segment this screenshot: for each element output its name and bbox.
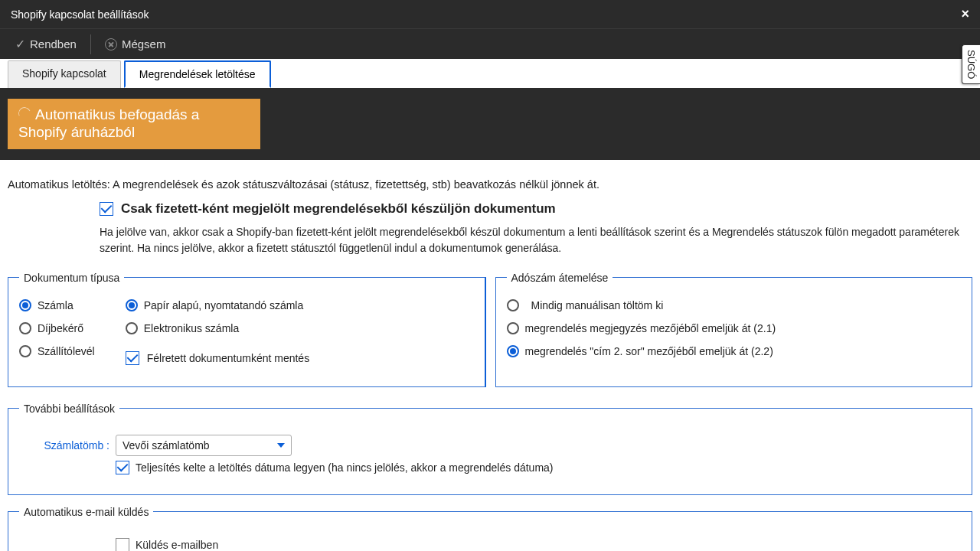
tab-connection[interactable]: Shopify kapcsolat (8, 60, 121, 88)
ok-label: Rendben (30, 37, 77, 51)
cancel-label: Mégsem (122, 37, 166, 51)
cancel-icon (105, 38, 117, 51)
check-icon: ✓ (15, 37, 25, 51)
banner-text: Automatikus befogadás a Shopify áruházbó… (18, 106, 199, 140)
fulfillment-date-label: Teljesítés kelte a letöltés dátuma legye… (136, 461, 554, 474)
radio-dot (507, 345, 519, 357)
radio-tax-note-label: megrendelés megjegyzés mezőjéből emeljük… (525, 322, 776, 334)
radio-dot (19, 322, 31, 334)
radio-invoice[interactable]: Számla (19, 299, 95, 311)
radio-fee-label: Díjbekérő (38, 322, 83, 334)
radio-delivery-label: Szállítólevél (38, 345, 95, 357)
fieldset-document-type: Dokumentum típusa Számla Díjbekérő Száll… (8, 272, 486, 387)
invoice-book-select[interactable]: Vevői számlatömb (116, 435, 292, 456)
radio-tax-from-addr2[interactable]: megrendelés "cím 2. sor" mezőjéből emelj… (507, 345, 962, 357)
radio-tax-addr2-label: megrendelés "cím 2. sor" mezőjéből emelj… (525, 345, 773, 357)
radio-delivery-note[interactable]: Szállítólevél (19, 345, 95, 357)
paid-only-label: Csak fizetett-ként megjelölt megrendelés… (121, 201, 556, 217)
invoice-book-label: Számlatömb : (41, 439, 109, 452)
window-titlebar: Shopify kapcsolat beállítások × (0, 0, 980, 28)
fulfillment-date-checkbox[interactable] (116, 461, 129, 474)
send-email-label: Küldés e-mailben (136, 539, 218, 551)
ok-button[interactable]: ✓ Rendben (11, 34, 81, 54)
radio-paper-invoice[interactable]: Papír alapú, nyomtatandó számla (126, 299, 309, 311)
toolbar-divider (90, 34, 91, 54)
aside-checkbox[interactable] (126, 351, 139, 365)
radio-tax-manual-label: Mindig manuálisan töltöm ki (531, 299, 664, 311)
window-title: Shopify kapcsolat beállítások (11, 8, 149, 21)
banner-row: Automatikus befogadás a Shopify áruházbó… (0, 88, 980, 160)
send-email-checkbox[interactable] (116, 538, 129, 551)
paid-only-checkbox[interactable] (100, 202, 113, 216)
radio-electronic-invoice[interactable]: Elektronikus számla (126, 322, 309, 334)
legend-email: Automatikus e-mail küldés (19, 506, 153, 518)
fieldset-further-settings: További beállítások Számlatömb : Vevői s… (8, 403, 972, 495)
fieldset-auto-email: Automatikus e-mail küldés Küldés e-mailb… (8, 506, 972, 551)
radio-fee-request[interactable]: Díjbekérő (19, 322, 95, 334)
tab-strip: Shopify kapcsolat Megrendelések letöltés… (0, 60, 980, 88)
tab-download-orders[interactable]: Megrendelések letöltése (124, 60, 271, 88)
radio-dot (126, 299, 138, 311)
section-banner: Automatikus befogadás a Shopify áruházbó… (8, 99, 260, 149)
radio-dot (19, 299, 31, 311)
radio-tax-from-note[interactable]: megrendelés megjegyzés mezőjéből emeljük… (507, 322, 962, 334)
radio-dot (126, 322, 138, 334)
aside-label: Félretett dokumentumként mentés (147, 352, 309, 364)
radio-dot (507, 322, 519, 334)
radio-invoice-label: Számla (38, 299, 74, 311)
legend-doc-type: Dokumentum típusa (19, 272, 124, 284)
radio-paper-label: Papír alapú, nyomtatandó számla (144, 299, 304, 311)
fieldset-tax-number: Adószám átemelése Mindig manuálisan tölt… (495, 272, 973, 387)
legend-more: További beállítások (19, 403, 119, 415)
close-icon[interactable]: × (961, 6, 969, 22)
dialog-toolbar: ✓ Rendben Mégsem (0, 28, 980, 59)
invoice-book-value: Vevői számlatömb (122, 439, 210, 452)
chevron-down-icon (277, 443, 285, 448)
paid-only-help: Ha jelölve van, akkor csak a Shopify-ban… (100, 224, 972, 256)
cancel-button[interactable]: Mégsem (100, 34, 171, 54)
radio-electronic-label: Elektronikus számla (144, 322, 240, 334)
radio-dot (507, 299, 519, 311)
auto-download-description: Automatikus letöltés: A megrendelések és… (8, 178, 972, 191)
radio-dot (19, 345, 31, 357)
legend-tax: Adószám átemelése (507, 272, 613, 284)
help-side-tab[interactable]: SÚGÓ (962, 44, 980, 84)
radio-tax-manual[interactable]: Mindig manuálisan töltöm ki (507, 299, 962, 311)
wrench-icon (18, 107, 31, 119)
